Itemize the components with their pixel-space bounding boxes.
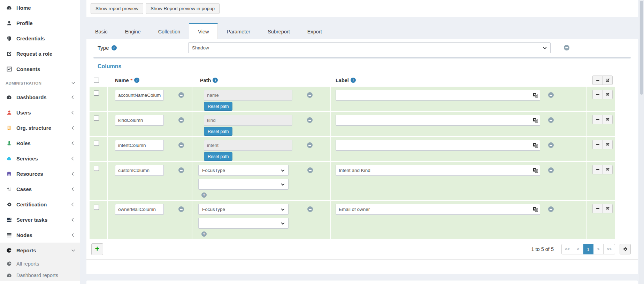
remove-name-icon[interactable] [178,206,184,212]
pagination-settings-button[interactable] [620,244,631,254]
add-path-segment-icon[interactable] [201,231,207,237]
show-report-preview-button[interactable]: Show report preview [91,3,143,14]
remove-path-icon[interactable] [307,117,313,123]
tab-view[interactable]: View [189,23,218,39]
sidebar-item-consents[interactable]: Consents [0,61,80,77]
column-name-input[interactable] [115,90,164,101]
column-label-input[interactable] [336,165,540,176]
row-edit-button[interactable] [603,204,613,213]
row-checkbox[interactable] [94,141,99,146]
remove-path-icon[interactable] [307,142,313,148]
row-delete-button[interactable] [592,90,603,99]
sidebar-item-cases[interactable]: Cases [0,181,80,197]
translate-icon[interactable] [533,168,538,173]
translate-icon[interactable] [533,118,538,123]
row-delete-button[interactable] [592,115,603,124]
remove-name-icon[interactable] [178,92,184,98]
pagination-prev-button[interactable]: < [573,244,583,254]
sidebar-item-all-reports[interactable]: All reports [0,258,80,269]
info-icon[interactable] [112,45,117,50]
translate-icon[interactable] [533,207,538,212]
row-checkbox[interactable] [94,166,99,171]
remove-name-icon[interactable] [178,167,184,173]
pagination-page-button[interactable]: 1 [583,244,593,254]
row-delete-button[interactable] [592,165,603,174]
remove-label-icon[interactable] [548,92,554,98]
reset-path-button[interactable]: Reset path [204,102,232,111]
row-checkbox[interactable] [94,205,99,210]
tab-engine[interactable]: Engine [116,23,149,39]
row-edit-button[interactable] [603,165,613,174]
tab-collection[interactable]: Collection [150,23,189,39]
page-scrollbar[interactable] [639,0,644,284]
remove-path-icon[interactable] [307,167,313,173]
remove-label-icon[interactable] [548,117,554,123]
reset-path-button[interactable]: Reset path [204,152,232,161]
pagination-first-button[interactable]: << [561,244,573,254]
row-delete-button[interactable] [592,204,603,213]
remove-label-icon[interactable] [548,142,554,148]
remove-path-icon[interactable] [307,206,313,212]
row-delete-button[interactable] [592,140,603,149]
sidebar-item-services[interactable]: Services [0,151,80,166]
pagination-last-button[interactable]: >> [604,244,615,254]
path-item-select[interactable] [198,179,289,190]
translate-icon[interactable] [533,143,538,148]
sidebar-item-nodes[interactable]: Nodes [0,227,80,243]
sidebar-item-request-a-role[interactable]: Request a role [0,46,80,61]
sidebar-item-certification[interactable]: Certification [0,197,80,212]
sidebar-item-reports[interactable]: Reports [0,243,80,258]
show-report-preview-popup-button[interactable]: Show Report preview in popup [146,3,220,14]
reset-path-button[interactable]: Reset path [204,127,232,136]
tab-subreport[interactable]: Subreport [259,23,299,39]
row-edit-button[interactable] [603,115,613,124]
scrollbar-thumb[interactable] [640,1,643,95]
remove-path-icon[interactable] [307,92,313,98]
row-checkbox[interactable] [94,90,99,96]
column-label-input[interactable] [336,204,540,215]
info-icon[interactable] [351,78,356,83]
add-path-segment-icon[interactable] [201,192,207,198]
pagination-next-button[interactable]: > [593,244,604,254]
remove-name-icon[interactable] [178,117,184,123]
info-icon[interactable] [134,78,139,83]
column-name-input[interactable] [115,204,164,215]
sidebar-item-server-tasks[interactable]: Server tasks [0,212,80,227]
path-type-select[interactable]: FocusType [198,204,289,215]
tab-basic[interactable]: Basic [86,23,116,39]
remove-name-icon[interactable] [178,142,184,148]
table-edit-button[interactable] [603,76,613,85]
sidebar-item-org-structure[interactable]: Org. structure [0,120,80,135]
table-delete-button[interactable] [592,76,603,85]
column-label-input[interactable] [336,90,540,101]
sidebar-item-profile[interactable]: Profile [0,15,80,31]
tab-export[interactable]: Export [299,23,331,39]
remove-type-icon[interactable] [564,45,569,50]
column-label-input[interactable] [336,115,540,126]
path-type-select[interactable]: FocusType [198,165,289,176]
info-icon[interactable] [213,78,218,83]
column-name-input[interactable] [115,140,164,151]
add-column-button[interactable] [91,243,103,255]
sidebar-item-home[interactable]: Home [0,0,80,15]
translate-icon[interactable] [533,93,538,98]
remove-label-icon[interactable] [548,167,554,173]
select-all-checkbox[interactable] [94,78,99,83]
remove-label-icon[interactable] [548,206,554,212]
row-edit-button[interactable] [603,90,613,99]
sidebar-item-dashboard-reports[interactable]: Dashboard reports [0,269,80,281]
tab-parameter[interactable]: Parameter [218,23,259,39]
type-select[interactable]: Shadow [188,42,551,53]
row-edit-button[interactable] [603,140,613,149]
sidebar-item-roles[interactable]: Roles [0,135,80,151]
sidebar-item-credentials[interactable]: Credentials [0,31,80,46]
path-item-select[interactable] [198,218,289,229]
sidebar-item-users[interactable]: Users [0,105,80,120]
row-checkbox[interactable] [94,116,99,121]
column-label-input[interactable] [336,140,540,151]
sidebar-item-resources[interactable]: Resources [0,166,80,181]
sidebar-item-dashboards[interactable]: Dashboards [0,89,80,105]
column-name-input[interactable] [115,115,164,126]
column-name-input[interactable] [115,165,164,176]
sidebar-section-administration[interactable]: ADMINISTRATION [0,77,80,89]
